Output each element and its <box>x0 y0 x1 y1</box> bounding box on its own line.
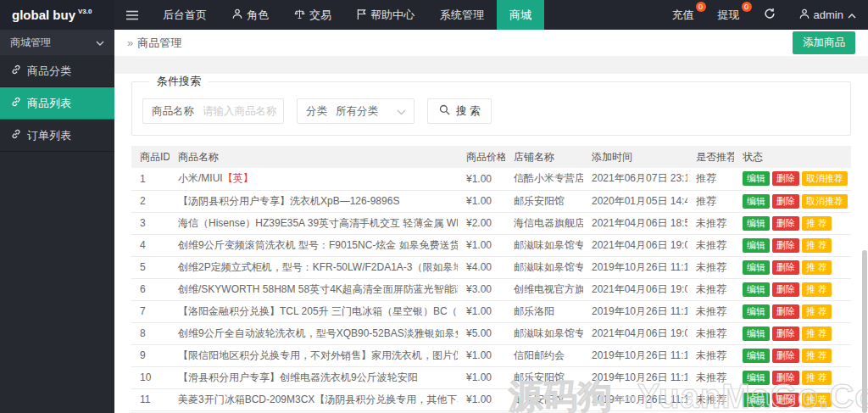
recommend-button[interactable]: 推 荐 <box>802 304 832 319</box>
search-icon <box>439 104 450 118</box>
product-id: 10 <box>131 366 170 388</box>
nav-item-help[interactable]: 帮助中心 <box>344 0 427 30</box>
link-icon <box>11 129 21 142</box>
recharge-label: 充值 <box>672 8 694 23</box>
delete-button[interactable]: 删除 <box>772 349 799 363</box>
nav-item-system[interactable]: 系统管理 <box>427 0 497 30</box>
edit-button[interactable]: 编辑 <box>743 326 770 341</box>
recommend-button[interactable]: 推 荐 <box>802 326 832 341</box>
product-id: 7 <box>131 300 170 322</box>
recommend-button[interactable]: 推 荐 <box>802 238 832 253</box>
delete-button[interactable]: 删除 <box>772 371 799 385</box>
product-id: 6 <box>131 278 170 300</box>
sidebar: 商城管理 商品分类 商品列表 订单列表 <box>0 30 114 413</box>
table-row: 6创维/SKYWORTH 58H8M 58英寸4K超高清全面屏防蓝光智能语音HD… <box>131 278 851 300</box>
sidebar-item-product-list[interactable]: 商品列表 <box>0 87 114 120</box>
add-time: 2019年10月26日 11:11:50 <box>583 344 687 366</box>
delete-button[interactable]: 删除 <box>772 304 799 319</box>
product-name: 创维/SKYWORTH 58H8M 58英寸4K超高清全面屏防蓝光智能语音HDR… <box>170 278 458 300</box>
edit-button[interactable]: 编辑 <box>743 304 770 319</box>
recommend-flag: 未推荐 <box>687 366 734 388</box>
product-name-group: 商品名称 <box>142 98 284 124</box>
main-nav: 后台首页 角色 交易 帮助中心 系统管理 商城 <box>150 0 544 30</box>
edit-button[interactable]: 编辑 <box>743 393 770 407</box>
product-id: 11 <box>131 388 170 410</box>
sidebar-item-label: 商品列表 <box>27 96 71 111</box>
store-name: 邮乐安阳馆 <box>505 388 583 410</box>
search-fieldset: 条件搜索 商品名称 分类 所有分类 搜 索 <box>131 74 851 136</box>
product-name: 【汤阴县积分用户专享】洗衣机XpB—126-9896S <box>170 190 458 212</box>
nav-item-trade[interactable]: 交易 <box>281 0 344 30</box>
edit-button[interactable]: 编辑 <box>743 216 770 231</box>
column-header: 是否推荐 <box>687 146 734 168</box>
withdraw-button[interactable]: 提现 0 <box>706 0 752 30</box>
edit-button[interactable]: 编辑 <box>743 371 770 385</box>
topbar: global buy V3.0 后台首页 角色 交易 帮助中心 系统管 <box>0 0 868 30</box>
delete-button[interactable]: 删除 <box>772 326 799 341</box>
refresh-button[interactable] <box>752 0 787 30</box>
store-name: 邮乐洛阳 <box>505 300 583 322</box>
search-button[interactable]: 搜 索 <box>427 98 492 124</box>
store-name: 邮乐安阳馆 <box>505 190 583 212</box>
scales-icon <box>294 8 305 22</box>
delete-button[interactable]: 删除 <box>772 282 799 297</box>
edit-button[interactable]: 编辑 <box>743 238 770 253</box>
recommend-button[interactable]: 推 荐 <box>802 216 832 231</box>
scrollbar-thumb[interactable] <box>862 250 867 413</box>
sidebar-item-order-list[interactable]: 订单列表 <box>0 120 114 152</box>
user-menu[interactable]: admin <box>787 0 868 30</box>
delete-button[interactable]: 删除 <box>772 260 799 275</box>
nav-item-dashboard[interactable]: 后台首页 <box>150 0 220 30</box>
product-name-input[interactable] <box>203 105 283 117</box>
product-price: ¥2.00 <box>458 212 505 234</box>
table-row: 7【洛阳金融积分兑换】TCL 205升 三门电冰箱（星空银）BC（邮政网点配送）… <box>131 300 851 322</box>
table-row: 4创维9公斤变频滚筒洗衣机 型号：F9015NC-炫金 如皋免费送货上门南通包邮… <box>131 234 851 256</box>
delete-button[interactable]: 删除 <box>772 216 799 231</box>
table-row: 3海信（Hisense）HZ39E35A 39英寸高清手机交互 轻薄金属 WIF… <box>131 212 851 234</box>
delete-button[interactable]: 删除 <box>772 238 799 253</box>
table-row: 9【限信阳地区积分兑换专用，不对外销售】家用洗衣机，图片仅供参考¥1.00信阳邮… <box>131 344 851 366</box>
edit-button[interactable]: 编辑 <box>743 349 770 363</box>
chevron-down-icon <box>397 103 406 119</box>
column-header: 状态 <box>734 146 851 168</box>
column-header: 商品价格 <box>458 146 505 168</box>
edit-button[interactable]: 编辑 <box>743 282 770 297</box>
edit-button[interactable]: 编辑 <box>743 171 770 186</box>
nav-item-roles[interactable]: 角色 <box>220 0 281 30</box>
recommend-button[interactable]: 推 荐 <box>802 282 832 297</box>
product-price: ¥1.00 <box>458 168 505 190</box>
delete-button[interactable]: 删除 <box>772 171 799 186</box>
status-actions: 编辑删除推 荐 <box>734 300 851 322</box>
delete-button[interactable]: 删除 <box>772 194 799 209</box>
recharge-button[interactable]: 充值 0 <box>660 0 706 30</box>
product-price: ¥1.00 <box>458 366 505 388</box>
recommend-button[interactable]: 推 荐 <box>802 393 832 407</box>
add-time: 2021年04月06日 19:01:36 <box>583 234 687 256</box>
recommend-button[interactable]: 推 荐 <box>802 371 832 385</box>
product-table: 商品ID商品名称商品价格店铺名称添加时间是否推荐状态 1小米/MIUI【英】¥1… <box>131 146 851 411</box>
person-icon <box>232 8 242 22</box>
sidebar-group-mall-management[interactable]: 商城管理 <box>0 30 114 55</box>
status-actions: 编辑删除推 荐 <box>734 278 851 300</box>
hamburger-menu-icon[interactable] <box>114 0 150 30</box>
nav-label: 角色 <box>247 8 269 23</box>
cancel-recommend-button[interactable]: 取消推荐 <box>802 194 848 209</box>
add-product-button[interactable]: 添加商品 <box>793 31 855 54</box>
recommend-button[interactable]: 推 荐 <box>802 260 832 275</box>
nav-label: 后台首页 <box>163 8 207 23</box>
cancel-recommend-button[interactable]: 取消推荐 <box>802 171 848 186</box>
edit-button[interactable]: 编辑 <box>743 194 770 209</box>
add-time: 2021年04月06日 19:00:39 <box>583 322 687 344</box>
recommend-flag: 未推荐 <box>687 212 734 234</box>
nav-item-mall[interactable]: 商城 <box>497 0 544 30</box>
product-name-tag: 【英】 <box>223 172 253 184</box>
withdraw-label: 提现 <box>718 8 740 23</box>
delete-button[interactable]: 删除 <box>772 393 799 407</box>
nav-label: 商城 <box>509 8 531 23</box>
category-select[interactable]: 所有分类 <box>336 104 397 119</box>
edit-button[interactable]: 编辑 <box>743 260 770 275</box>
store-name: 邮滋味如皋馆专柜 <box>505 322 583 344</box>
product-price: ¥3.00 <box>458 278 505 300</box>
recommend-button[interactable]: 推 荐 <box>802 349 832 363</box>
sidebar-item-product-categories[interactable]: 商品分类 <box>0 55 114 87</box>
